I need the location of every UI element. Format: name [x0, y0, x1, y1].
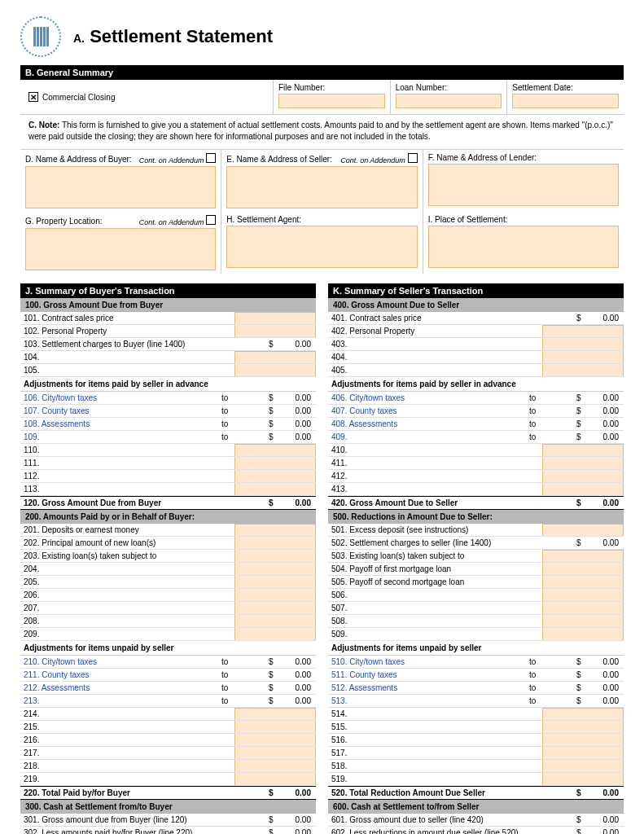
r219-input[interactable] — [234, 773, 316, 785]
r506-input[interactable] — [542, 589, 624, 601]
r110-input[interactable] — [234, 444, 316, 456]
r206: 206. — [20, 589, 234, 601]
r213[interactable]: 213. — [20, 695, 218, 707]
r505-input[interactable] — [542, 576, 624, 588]
buyer-address-input[interactable] — [25, 166, 216, 208]
r208-input[interactable] — [234, 615, 316, 627]
r107[interactable]: 107. County taxes — [20, 405, 218, 417]
h420: 420. Gross Amount Due to Seller — [328, 497, 575, 509]
r410: 410. — [328, 444, 542, 456]
r508-input[interactable] — [542, 615, 624, 627]
r515-input[interactable] — [542, 721, 624, 733]
r211[interactable]: 211. County taxes — [20, 669, 218, 681]
r209: 209. — [20, 628, 234, 640]
buyer-column: J. Summary of Buyer's Transaction 100. G… — [20, 283, 316, 834]
r203-input[interactable] — [234, 550, 316, 562]
r514-input[interactable] — [542, 708, 624, 720]
r401: 401. Contract sales price — [328, 312, 575, 324]
r506: 506. — [328, 589, 542, 601]
property-location-input[interactable] — [25, 228, 216, 270]
r215-input[interactable] — [234, 721, 316, 733]
r103: 103. Settlement charges to Buyer (line 1… — [20, 338, 267, 350]
r413-input[interactable] — [542, 483, 624, 495]
r301: 301. Gross amount due from Buyer (line 1… — [20, 814, 267, 826]
seller-addendum-checkbox[interactable] — [408, 153, 418, 163]
r507: 507. — [328, 602, 542, 614]
r113: 113. — [20, 483, 234, 495]
r508: 508. — [328, 615, 542, 627]
r503-input[interactable] — [542, 550, 624, 562]
property-location-label: G. Property Location: — [25, 217, 103, 226]
r408[interactable]: 408. Assessments — [328, 418, 526, 430]
r201: 201. Deposits or earnest money — [20, 524, 234, 536]
r102-input[interactable] — [234, 325, 316, 337]
loan-number-input[interactable] — [396, 94, 502, 108]
file-number-input[interactable] — [278, 94, 385, 108]
r108[interactable]: 108. Assessments — [20, 418, 218, 430]
r214-input[interactable] — [234, 708, 316, 720]
r202-input[interactable] — [234, 537, 316, 549]
r509-input[interactable] — [542, 628, 624, 640]
r504-input[interactable] — [542, 563, 624, 575]
r109[interactable]: 109. — [20, 431, 218, 443]
r406[interactable]: 406. City/town taxes — [328, 392, 526, 404]
r403-input[interactable] — [542, 338, 624, 350]
r112-input[interactable] — [234, 470, 316, 482]
r501-input[interactable] — [542, 524, 624, 536]
r104-input[interactable] — [234, 351, 316, 363]
r518: 518. — [328, 760, 542, 772]
r111-input[interactable] — [234, 457, 316, 469]
seller-address-input[interactable] — [226, 166, 417, 208]
r402: 402. Personal Property — [328, 325, 542, 337]
r217-input[interactable] — [234, 747, 316, 759]
seller-adj2: Adjustments for items unpaid by seller — [328, 641, 624, 656]
r210[interactable]: 210. City/town taxes — [20, 656, 218, 668]
r205-input[interactable] — [234, 576, 316, 588]
r412-input[interactable] — [542, 470, 624, 482]
r513[interactable]: 513. — [328, 695, 526, 707]
settlement-agent-input[interactable] — [226, 226, 417, 268]
r405-input[interactable] — [542, 364, 624, 376]
property-addendum-checkbox[interactable] — [206, 215, 216, 225]
r517-input[interactable] — [542, 747, 624, 759]
r101-input[interactable] — [234, 312, 316, 324]
r219: 219. — [20, 773, 234, 785]
lender-address-input[interactable] — [428, 164, 619, 206]
r507-input[interactable] — [542, 602, 624, 614]
r515: 515. — [328, 721, 542, 733]
r518-input[interactable] — [542, 760, 624, 772]
r102: 102. Personal Property — [20, 325, 234, 337]
settlement-date-input[interactable] — [512, 94, 619, 108]
r207-input[interactable] — [234, 602, 316, 614]
r212[interactable]: 212. Assessments — [20, 682, 218, 694]
buyer-addendum-checkbox[interactable] — [206, 153, 216, 163]
r105-input[interactable] — [234, 364, 316, 376]
r110: 110. — [20, 444, 234, 456]
r204-input[interactable] — [234, 563, 316, 575]
r407[interactable]: 407. County taxes — [328, 405, 526, 417]
r409[interactable]: 409. — [328, 431, 526, 443]
place-settlement-input[interactable] — [428, 226, 619, 268]
r113-input[interactable] — [234, 483, 316, 495]
r411-input[interactable] — [542, 457, 624, 469]
commercial-closing-checkbox[interactable] — [28, 92, 38, 102]
page-header: A. Settlement Statement — [20, 16, 624, 57]
r510[interactable]: 510. City/town taxes — [328, 656, 526, 668]
r517: 517. — [328, 747, 542, 759]
r410-input[interactable] — [542, 444, 624, 456]
r511[interactable]: 511. County taxes — [328, 669, 526, 681]
r216-input[interactable] — [234, 734, 316, 746]
r519-input[interactable] — [542, 773, 624, 785]
r111: 111. — [20, 457, 234, 469]
r512[interactable]: 512. Assessments — [328, 682, 526, 694]
r516-input[interactable] — [542, 734, 624, 746]
r206-input[interactable] — [234, 589, 316, 601]
r218-input[interactable] — [234, 760, 316, 772]
r402-input[interactable] — [542, 325, 624, 337]
r404-input[interactable] — [542, 351, 624, 363]
seller-address-label: E. Name & Address of Seller: — [226, 155, 332, 164]
r209-input[interactable] — [234, 628, 316, 640]
r201-input[interactable] — [234, 524, 316, 536]
place-settlement-label: I. Place of Settlement: — [428, 215, 508, 224]
r106[interactable]: 106. City/town taxes — [20, 392, 218, 404]
